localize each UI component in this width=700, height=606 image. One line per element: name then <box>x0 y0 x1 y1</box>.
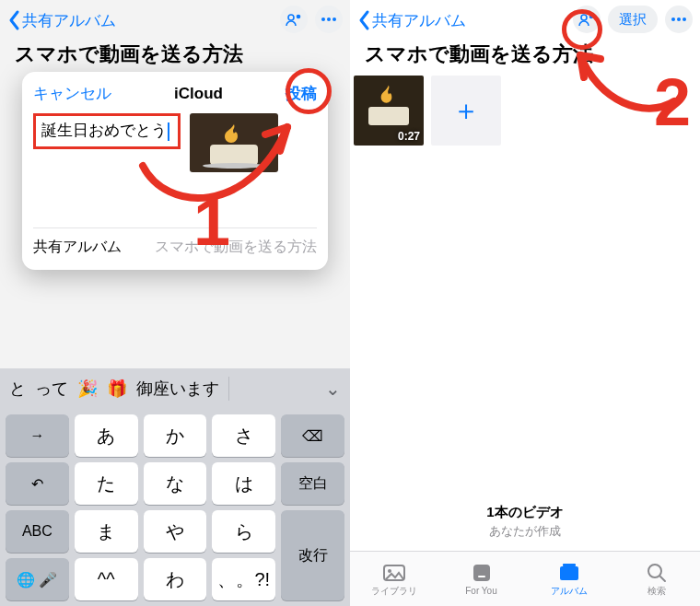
share-person-icon[interactable] <box>280 6 308 33</box>
icloud-post-modal: キャンセル iCloud 投稿 誕生日おめでとう 共有アルバム スマホで動画を送… <box>22 72 328 270</box>
prediction-bar: と って 🎉 🎁 御座います ⌄ <box>0 368 350 409</box>
svg-point-2 <box>321 17 325 21</box>
tab-for-you[interactable]: For You <box>438 552 525 606</box>
key-ka[interactable]: か <box>144 414 207 457</box>
key-ta[interactable]: た <box>75 462 138 505</box>
caption-input[interactable]: 誕生日おめでとう <box>33 113 181 149</box>
prediction-2[interactable]: 🎉 <box>77 379 98 399</box>
tab-bar: ライブラリ For You アルバム 検索 <box>350 551 700 606</box>
tab-search[interactable]: 検索 <box>612 552 700 606</box>
tab-label: ライブラリ <box>371 585 417 598</box>
phone-left: 共有アルバム スマホで動画を送る方法 キャンセル iCloud 投稿 誕生 <box>0 0 350 606</box>
key-ma[interactable]: ま <box>75 510 138 553</box>
svg-rect-15 <box>563 564 576 566</box>
globe-icon: 🌐 <box>17 571 35 589</box>
key-ya[interactable]: や <box>144 510 207 553</box>
album-title: スマホで動画を送る方法 <box>0 41 350 76</box>
tab-label: アルバム <box>551 585 588 598</box>
ios-keyboard: と って 🎉 🎁 御座います ⌄ → あ か さ ⌫ ↶ た な は 空白 AB… <box>0 368 350 606</box>
tab-label: 検索 <box>648 585 666 598</box>
chevron-left-icon <box>357 9 372 31</box>
mic-icon: 🎤 <box>39 571 57 589</box>
svg-point-0 <box>288 15 294 20</box>
tab-library[interactable]: ライブラリ <box>350 552 438 606</box>
svg-point-11 <box>388 569 391 573</box>
svg-point-8 <box>677 17 681 21</box>
modal-footer: 共有アルバム スマホで動画を送る方法 <box>33 227 317 257</box>
key-abc[interactable]: ABC <box>6 510 69 553</box>
tab-label: For You <box>465 586 496 596</box>
albums-icon <box>557 561 581 583</box>
svg-point-3 <box>327 17 331 21</box>
prediction-4[interactable]: 御座います <box>136 378 219 400</box>
key-sa[interactable]: さ <box>212 414 275 457</box>
key-wa[interactable]: わ <box>144 558 207 600</box>
more-button[interactable] <box>665 6 693 33</box>
prediction-3[interactable]: 🎁 <box>107 379 127 399</box>
svg-rect-13 <box>478 576 485 577</box>
nav-bar: 共有アルバム <box>0 0 350 41</box>
tab-albums[interactable]: アルバム <box>525 552 612 606</box>
svg-point-16 <box>648 565 661 577</box>
svg-point-6 <box>589 15 594 19</box>
footer-left-label: 共有アルバム <box>33 238 122 257</box>
for-you-icon <box>470 562 494 584</box>
cancel-button[interactable]: キャンセル <box>33 83 111 104</box>
post-button[interactable]: 投稿 <box>286 83 317 104</box>
svg-point-7 <box>671 17 675 21</box>
select-button[interactable]: 選択 <box>608 6 658 33</box>
svg-point-5 <box>581 15 587 20</box>
key-undo[interactable]: ↶ <box>6 462 69 505</box>
chevron-down-icon[interactable]: ⌄ <box>325 378 341 400</box>
back-label: 共有アルバム <box>22 10 116 31</box>
key-a[interactable]: あ <box>75 414 138 457</box>
key-na[interactable]: な <box>144 462 207 505</box>
share-person-icon[interactable] <box>573 6 601 33</box>
modal-title: iCloud <box>111 85 286 103</box>
prediction-0[interactable]: と <box>9 378 26 400</box>
video-tile[interactable]: 0:27 <box>354 76 424 146</box>
video-duration: 0:27 <box>398 130 420 143</box>
key-arrow[interactable]: → <box>6 414 69 457</box>
svg-rect-14 <box>560 566 578 580</box>
key-ra[interactable]: ら <box>212 510 275 553</box>
key-ha[interactable]: は <box>212 462 275 505</box>
chevron-left-icon <box>7 9 22 31</box>
svg-rect-12 <box>473 565 490 581</box>
key-globe-mic[interactable]: 🌐 🎤 <box>6 558 69 600</box>
back-label: 共有アルバム <box>372 10 466 31</box>
svg-point-9 <box>682 17 686 21</box>
nav-bar: 共有アルバム 選択 <box>350 0 700 41</box>
back-button[interactable]: 共有アルバム <box>7 9 116 31</box>
svg-point-4 <box>332 17 336 21</box>
more-button[interactable] <box>315 6 343 33</box>
caption-value: 誕生日おめでとう <box>41 122 167 139</box>
album-owner: あなたが作成 <box>350 523 700 540</box>
footer-right-label: スマホで動画を送る方法 <box>155 238 317 257</box>
key-punct[interactable]: 、。?! <box>212 558 275 600</box>
key-space[interactable]: 空白 <box>281 462 344 505</box>
video-count: 1本のビデオ <box>350 504 700 521</box>
add-media-button[interactable]: ＋ <box>431 76 501 146</box>
divider <box>228 377 229 401</box>
attached-video-thumbnail[interactable] <box>190 113 278 172</box>
key-backspace[interactable]: ⌫ <box>281 414 344 457</box>
back-button[interactable]: 共有アルバム <box>357 9 466 31</box>
album-title: スマホで動画を送る方法 <box>350 41 700 76</box>
key-enter[interactable]: 改行 <box>281 510 344 600</box>
album-grid: 0:27 ＋ <box>350 76 700 146</box>
library-icon <box>382 561 406 583</box>
album-meta: 1本のビデオ あなたが作成 <box>350 504 700 540</box>
text-cursor <box>168 122 169 141</box>
phone-right: 共有アルバム 選択 スマホで動画を送る方法 0:27 ＋ 1本のビデオ <box>350 0 700 606</box>
key-kogaki[interactable]: ^^ <box>75 558 138 600</box>
search-icon <box>645 561 669 583</box>
prediction-1[interactable]: って <box>35 378 68 400</box>
svg-point-1 <box>297 15 301 19</box>
